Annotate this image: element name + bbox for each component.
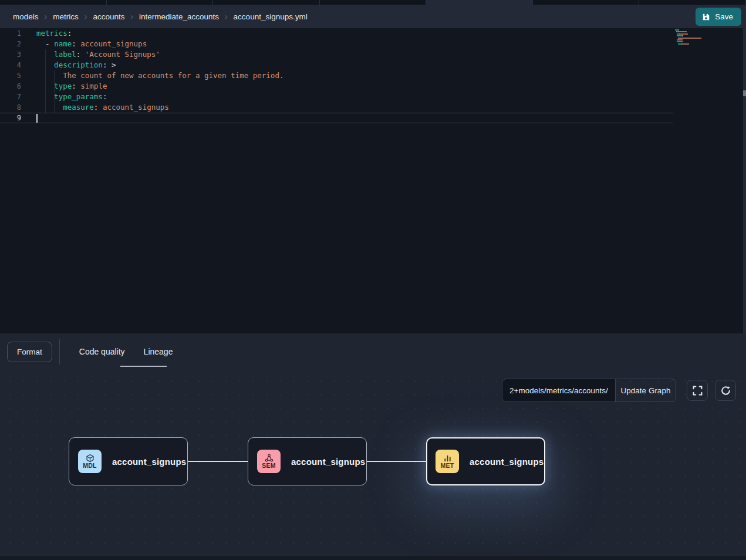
line-number: 6	[0, 81, 21, 92]
line-number: 3	[0, 49, 21, 60]
minimap-line	[675, 43, 709, 45]
node-name-label: account_signups	[470, 457, 544, 467]
ide-window: models›metrics›accounts›intermediate_acc…	[0, 0, 746, 560]
indent-guide	[54, 70, 55, 113]
active-tab-underline	[120, 366, 167, 367]
node-type-badge: MET	[436, 450, 459, 473]
editor-tab[interactable]	[0, 0, 107, 5]
save-button[interactable]: Save	[696, 8, 741, 26]
yaml-code-editor[interactable]: 1metrics:2 - name: account_signups3 labe…	[0, 28, 746, 333]
node-type-badge: MDL	[78, 450, 102, 473]
code-text: - name: account_signups	[21, 39, 147, 49]
code-text: measure: account_signups	[21, 102, 169, 113]
code-line[interactable]: 6 type: simple	[0, 81, 746, 92]
node-name-label: account_signups	[291, 457, 365, 467]
node-name-label: account_signups	[112, 457, 186, 467]
node-type-badge: SEM	[257, 450, 281, 473]
line-number: 5	[0, 70, 21, 81]
breadcrumb-item[interactable]: accounts	[93, 12, 124, 21]
node-type-label: SEM	[262, 463, 276, 469]
code-text: type: simple	[21, 81, 107, 92]
code-text: label: 'Account Signups'	[21, 49, 160, 60]
lineage-selector-group: Update Graph	[502, 379, 676, 402]
code-text: type_params:	[21, 92, 107, 102]
editor-scrollbar[interactable]	[743, 28, 746, 333]
breadcrumb-separator-icon: ›	[130, 12, 133, 21]
lineage-node-met[interactable]: METaccount_signups	[426, 437, 545, 485]
editor-tab-strip	[0, 0, 746, 5]
fullscreen-button[interactable]	[687, 380, 708, 401]
panel-tab-code-quality[interactable]: Code quality	[79, 341, 125, 362]
code-line[interactable]: 8 measure: account_signups	[0, 102, 746, 113]
breadcrumb-separator-icon: ›	[45, 12, 48, 21]
lineage-node-mdl[interactable]: MDLaccount_signups	[69, 437, 188, 485]
semantic-model-icon	[265, 454, 274, 463]
code-line[interactable]: 4 description: >	[0, 60, 746, 70]
line-number: 2	[0, 39, 21, 49]
minimap-line	[675, 38, 709, 39]
minimap-line	[675, 31, 709, 32]
bottom-panel: Format Code qualityLineage Update Graph	[0, 333, 746, 560]
code-text: description: >	[21, 60, 116, 70]
update-graph-button[interactable]: Update Graph	[615, 379, 676, 402]
code-line[interactable]: 3 label: 'Account Signups'	[0, 49, 746, 60]
code-text: metrics:	[21, 28, 72, 39]
breadcrumb-item[interactable]: models	[13, 12, 39, 21]
code-line[interactable]: 1metrics:	[0, 28, 746, 39]
indent-guide	[45, 49, 46, 113]
save-icon	[702, 13, 710, 21]
line-number: 9	[0, 113, 21, 123]
lineage-selector-input[interactable]	[502, 379, 615, 402]
refresh-button[interactable]	[715, 380, 736, 401]
code-line[interactable]: 5 The count of new accounts for a given …	[0, 70, 746, 81]
breadcrumb-bar: models›metrics›accounts›intermediate_acc…	[0, 5, 746, 28]
breadcrumb-separator-icon: ›	[225, 12, 228, 21]
editor-tab[interactable]	[320, 0, 427, 5]
model-cube-icon	[86, 454, 94, 463]
refresh-icon	[721, 386, 731, 396]
editor-tab[interactable]	[639, 0, 746, 5]
code-line[interactable]: 9	[0, 113, 673, 123]
lineage-edge	[367, 461, 427, 462]
minimap-line	[675, 29, 709, 31]
lineage-node-sem[interactable]: SEMaccount_signups	[248, 437, 367, 485]
line-number: 1	[0, 28, 21, 39]
breadcrumb-item[interactable]: metrics	[53, 12, 79, 21]
line-number: 7	[0, 92, 21, 102]
panel-tab-lineage[interactable]: Lineage	[144, 341, 173, 362]
code-text: The count of new accounts for a given ti…	[21, 70, 283, 81]
code-line[interactable]: 7 type_params:	[0, 92, 746, 102]
breadcrumb: models›metrics›accounts›intermediate_acc…	[13, 12, 308, 21]
code-text	[21, 113, 36, 123]
line-number: 8	[0, 102, 21, 113]
bottom-panel-header: Format Code qualityLineage	[0, 333, 746, 370]
header-divider	[59, 339, 60, 365]
code-line[interactable]: 2 - name: account_signups	[0, 39, 746, 49]
line-number: 4	[0, 60, 21, 70]
editor-scrollbar-thumb[interactable]	[743, 90, 746, 96]
editor-tab[interactable]	[533, 0, 640, 5]
breadcrumb-item[interactable]: account_signups.yml	[234, 12, 308, 21]
breadcrumb-separator-icon: ›	[85, 12, 87, 21]
editor-tab[interactable]	[107, 0, 214, 5]
node-type-label: MDL	[83, 463, 97, 469]
panel-bottom-strip	[0, 556, 746, 560]
editor-tab-active[interactable]	[426, 0, 533, 5]
minimap-line	[675, 35, 709, 36]
text-cursor	[36, 114, 38, 123]
format-button[interactable]: Format	[7, 342, 52, 362]
fullscreen-icon	[693, 386, 703, 396]
node-type-label: MET	[440, 463, 454, 469]
lineage-edge	[188, 461, 248, 462]
panel-tabs: Code qualityLineage	[79, 341, 173, 362]
lineage-canvas[interactable]: Update Graph MDLaccount_signupsSEMaccou	[0, 370, 746, 556]
minimap-line	[675, 39, 709, 41]
editor-tab[interactable]	[213, 0, 320, 5]
save-button-label: Save	[715, 12, 733, 21]
metric-chart-icon	[443, 454, 452, 463]
editor-minimap[interactable]	[675, 29, 709, 48]
minimap-line	[675, 33, 709, 35]
minimap-line	[675, 41, 709, 42]
code-lines: 1metrics:2 - name: account_signups3 labe…	[0, 28, 746, 123]
breadcrumb-item[interactable]: intermediate_accounts	[139, 12, 219, 21]
